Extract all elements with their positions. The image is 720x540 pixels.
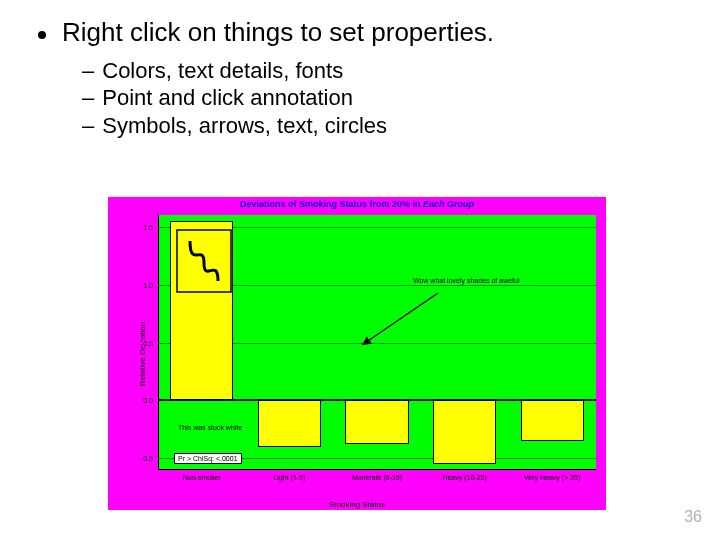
- y-tick-label: 0.5: [142, 339, 154, 346]
- bar: [433, 400, 496, 464]
- zero-line: [158, 399, 596, 401]
- y-axis-label: Relative Deviation: [138, 321, 147, 385]
- bar: [345, 400, 408, 444]
- sub-bullet-2: – Symbols, arrows, text, circles: [82, 112, 690, 140]
- y-tick-label: 1.5: [142, 223, 154, 230]
- bar: [521, 400, 584, 441]
- annotation-top: Wow what lovely shades of aweful: [413, 277, 519, 284]
- annotation-mid: This was stuck white: [178, 424, 258, 431]
- dash-icon: –: [82, 84, 94, 112]
- bullet-main: Right click on things to set properties.: [38, 18, 690, 47]
- x-category-label: Non-smoker: [183, 474, 221, 481]
- x-category-label: Very Heavy (> 25): [524, 474, 580, 481]
- bar: [258, 400, 321, 446]
- sub-bullet-1: – Point and click annotation: [82, 84, 690, 112]
- chart-title-italic: Each Group: [423, 199, 474, 209]
- x-axis-line: [158, 469, 596, 470]
- chart-title-plain: Deviations of Smoking Status from 20% in: [240, 199, 423, 209]
- plot-area: Wow what lovely shades of aweful This wa…: [158, 215, 596, 470]
- y-tick-label: 0.0: [142, 397, 154, 404]
- x-axis-label: Smoking Status: [108, 500, 606, 509]
- sub-bullet-text: Colors, text details, fonts: [102, 57, 343, 85]
- bullet-block: Right click on things to set properties.…: [38, 18, 690, 139]
- dash-icon: –: [82, 57, 94, 85]
- bullet-main-text: Right click on things to set properties.: [62, 18, 494, 47]
- sub-bullet-block: – Colors, text details, fonts – Point an…: [82, 57, 690, 140]
- arrow-icon: [348, 287, 448, 357]
- y-tick-label: 1.0: [142, 281, 154, 288]
- x-category-label: Moderate (6-15): [352, 474, 402, 481]
- chart-figure: Deviations of Smoking Status from 20% in…: [108, 197, 606, 510]
- page-number: 36: [684, 508, 702, 526]
- sub-bullet-text: Point and click annotation: [102, 84, 353, 112]
- stat-box: Pr > ChiSq: <.0001: [174, 453, 242, 464]
- chart-title: Deviations of Smoking Status from 20% in…: [108, 199, 606, 209]
- curly-symbol-icon: [176, 229, 232, 293]
- bullet-dot-icon: [38, 31, 46, 39]
- dash-icon: –: [82, 112, 94, 140]
- x-category-label: Light (1-5): [273, 474, 305, 481]
- y-tick-label: -0.5: [140, 455, 154, 462]
- sub-bullet-0: – Colors, text details, fonts: [82, 57, 690, 85]
- slide: Right click on things to set properties.…: [0, 0, 720, 540]
- x-category-label: Heavy (16-25): [442, 474, 486, 481]
- sub-bullet-text: Symbols, arrows, text, circles: [102, 112, 387, 140]
- svg-line-1: [362, 293, 438, 345]
